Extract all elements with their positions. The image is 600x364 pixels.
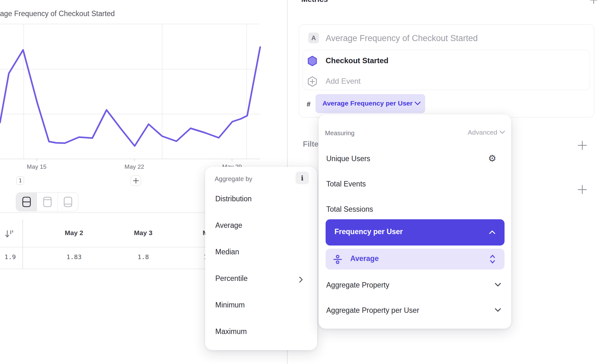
chevron-up-icon: [489, 230, 496, 236]
plus-icon: [577, 185, 587, 195]
chevron-up-down-icon: [489, 253, 496, 266]
measuring-menu: Measuring Advanced Unique Users ⚙ Total …: [319, 114, 511, 329]
metric-title-input[interactable]: Average Frequency of Checkout Started: [326, 33, 478, 43]
layout-toggle-group: [16, 192, 78, 211]
x-axis-tick-label: May 22: [120, 163, 149, 170]
add-event-button[interactable]: Add Event: [326, 77, 361, 86]
split-view-icon: [22, 196, 31, 208]
info-icon[interactable]: i: [296, 172, 309, 184]
menu-item-unique-users[interactable]: Unique Users: [326, 155, 370, 163]
menu-item-aggregate-property[interactable]: Aggregate Property: [326, 281, 389, 289]
gear-icon[interactable]: ⚙: [488, 154, 496, 163]
plus-icon: [589, 0, 598, 4]
table-cell: 1.83: [39, 253, 109, 263]
menu-item-maximum[interactable]: Maximum: [215, 327, 247, 336]
sort-descending-icon[interactable]: [4, 230, 14, 240]
metric-letter-badge: A: [308, 33, 319, 43]
sub-item-label: Average: [350, 254, 379, 263]
selected-item-label: Frequency per User: [334, 228, 403, 236]
plus-icon: [577, 140, 587, 150]
measuring-menu-label: Measuring: [325, 130, 354, 137]
menu-item-total-sessions[interactable]: Total Sessions: [326, 205, 373, 214]
table-cell: 1.8: [108, 253, 178, 263]
chevron-down-icon: [494, 282, 501, 288]
chevron-down-icon: [414, 101, 421, 107]
table-header-cell[interactable]: May 2: [39, 229, 109, 239]
table-cell: 1.9: [0, 253, 16, 263]
layout-toggle-table-view[interactable]: [58, 193, 78, 211]
table-column-divider: [22, 219, 23, 269]
add-breakdown-button[interactable]: [577, 185, 587, 196]
event-name[interactable]: Checkout Started: [326, 56, 389, 65]
add-filter-button[interactable]: [577, 140, 587, 152]
add-metric-button[interactable]: [589, 0, 598, 6]
divide-icon: [333, 254, 343, 266]
menu-item-average[interactable]: Average: [215, 221, 242, 230]
layout-toggle-chart-view[interactable]: [37, 193, 57, 211]
menu-item-median[interactable]: Median: [215, 248, 239, 256]
menu-item-total-events[interactable]: Total Events: [326, 180, 366, 188]
add-chart-button[interactable]: [131, 175, 141, 186]
table-view-icon: [63, 196, 73, 208]
menu-item-frequency-per-user[interactable]: Frequency per User: [326, 219, 505, 246]
layout-toggle-split-view[interactable]: [16, 193, 37, 211]
aggregate-by-menu-label: Aggregate by: [215, 175, 252, 183]
menu-item-percentile[interactable]: Percentile: [215, 274, 248, 283]
chevron-right-icon: [299, 276, 303, 284]
metrics-panel-heading: Metrics: [301, 0, 328, 4]
advanced-mode-toggle[interactable]: Advanced: [468, 129, 497, 136]
chart-svg: [0, 19, 262, 164]
x-axis-tick-label: May 15: [22, 163, 51, 170]
menu-item-distribution[interactable]: Distribution: [215, 195, 252, 203]
menu-item-aggregate-property-per-user[interactable]: Aggregate Property per User: [326, 306, 419, 315]
measure-selector-label[interactable]: Average Frequency per User: [322, 100, 413, 107]
menu-item-minimum[interactable]: Minimum: [215, 301, 245, 309]
chevron-down-icon: [494, 308, 501, 313]
table-header-cell[interactable]: May 3: [108, 229, 178, 239]
add-event-icon[interactable]: [307, 76, 318, 88]
page-number-button[interactable]: 1: [16, 176, 24, 185]
app-window: age Frequency of Checkout Started May 15…: [0, 0, 600, 364]
chart-title: age Frequency of Checkout Started: [0, 9, 133, 18]
chevron-down-icon: [499, 130, 505, 136]
plus-icon: [133, 178, 139, 184]
event-hexagon-icon: [307, 55, 318, 68]
aggregate-by-menu: Aggregate by i Distribution Average Medi…: [205, 167, 317, 350]
chart-view-icon: [43, 196, 52, 208]
menu-item-frequency-average[interactable]: Average: [326, 249, 505, 270]
measure-type-symbol: #: [307, 100, 310, 108]
